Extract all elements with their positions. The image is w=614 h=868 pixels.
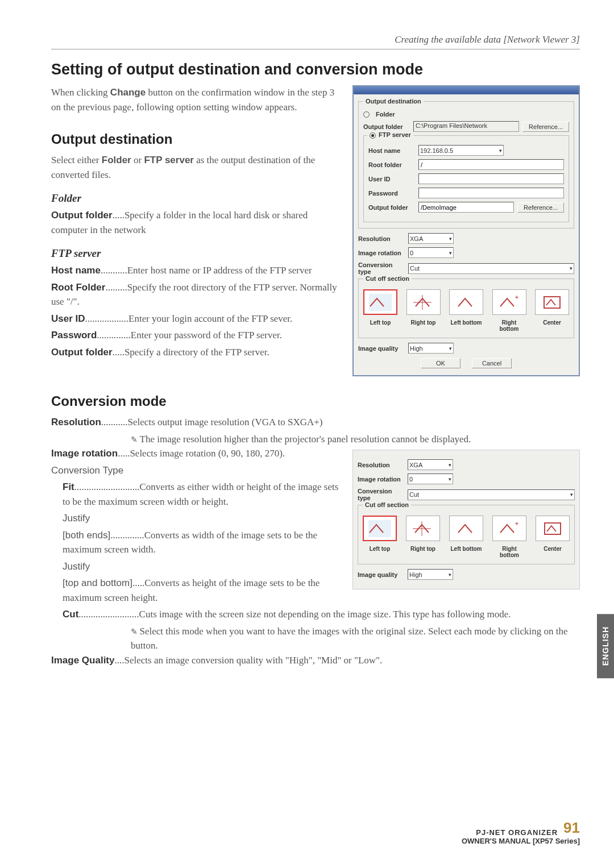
note-cut: ✎ Select this mode when you want to have… [51, 624, 580, 653]
section-output-dest: Output destination [51, 131, 341, 147]
main-heading: Setting of output destination and conver… [51, 61, 580, 78]
def-host-name: Host name...........Enter host name or I… [51, 263, 341, 278]
language-tab: ENGLISH [597, 614, 614, 678]
lbl-host: Host name [368, 147, 415, 154]
lbl-ir2: Image rotation [358, 476, 404, 483]
lbl-iq: Image quality [358, 345, 405, 352]
def-fit: Fit...........................Converts a… [51, 480, 341, 509]
fieldset-cutoff2: Cut off section Left topRight topLeft bo… [358, 505, 575, 564]
inp-out-folder[interactable]: C:\Program Files\Network [413, 121, 519, 132]
thumb2-right-top[interactable] [406, 516, 440, 541]
btn-reference1[interactable]: Reference... [522, 122, 569, 132]
def-root-folder: Root Folder.........Specify the root dir… [51, 280, 341, 309]
panel-conversion: ResolutionXGA Image rotation0 Conversion… [352, 450, 580, 589]
lbl-out2: Output folder [368, 204, 415, 211]
svg-rect-11 [545, 523, 561, 534]
legend-od: Output destination [363, 98, 424, 105]
btn-cancel[interactable]: Cancel [472, 358, 512, 368]
thumb-center[interactable] [535, 289, 569, 315]
fieldset-cutoff: Cut off section Left topRight topLeft bo… [358, 279, 574, 338]
lbl-ct: Conversion type [358, 261, 405, 275]
thumb-right-top[interactable] [406, 289, 441, 315]
thumb2-center[interactable] [536, 516, 570, 541]
lbl-iq2: Image quality [358, 571, 404, 578]
thumb2-right-bottom[interactable] [492, 516, 526, 541]
thumb-labels2: Left topRight topLeft bottomRight bottom… [363, 546, 570, 558]
footer: PJ-NET ORGANIZER91 OWNER'S MANUAL [XP57 … [462, 819, 580, 845]
titlebar[interactable] [354, 86, 579, 94]
def-password: Password..............Enter your passwor… [51, 328, 341, 343]
footer-title2: OWNER'S MANUAL [XP57 Series] [462, 837, 580, 845]
thumb2-left-top[interactable] [363, 516, 397, 541]
thumb-labels: Left topRight topLeft bottomRight bottom… [363, 319, 569, 332]
def-conv-type: Conversion Type [51, 463, 341, 478]
fieldset-ftp: FTP server Host name192.168.0.5 Root fol… [363, 135, 569, 222]
def-output-folder2: Output folder.....Specify a directory of… [51, 345, 341, 360]
legend-cutoff: Cut off section [363, 275, 412, 282]
lbl-res: Resolution [358, 235, 405, 242]
def-user-id: User ID..................Enter your logi… [51, 312, 341, 326]
radio-folder-label: Folder [376, 111, 395, 118]
thumb-left-top[interactable] [363, 289, 397, 315]
def-cut: Cut.........................Cuts image w… [51, 607, 580, 622]
btn-ok[interactable]: OK [421, 358, 460, 368]
note-resolution: ✎ The image resolution higher than the p… [51, 432, 580, 447]
def-resolution: Resolution...........Selects output imag… [51, 415, 580, 430]
page-number: 91 [563, 819, 580, 837]
svg-rect-5 [544, 297, 560, 308]
def-output-folder: Output folder.....Specify a folder in th… [51, 208, 341, 237]
inp-pass[interactable] [418, 188, 564, 198]
header-text: Creating the available data [Network Vie… [395, 34, 580, 45]
def-justify1: Justify [51, 511, 341, 526]
lbl-ct2: Conversion type [358, 488, 404, 501]
lbl-pass: Password [368, 190, 415, 197]
btn-reference2[interactable]: Reference... [517, 202, 564, 213]
lbl-ir: Image rotation [358, 250, 405, 256]
radio-folder[interactable] [363, 111, 370, 118]
thumb-right-bottom[interactable] [492, 289, 526, 315]
dialog-output: Output destination Folder Output folderC… [352, 85, 580, 376]
lbl-out-folder: Output folder [363, 123, 410, 130]
subsection-folder: Folder [51, 192, 341, 205]
def-both-ends: [both ends]..............Converts as wid… [51, 528, 341, 557]
lbl-user: User ID [368, 176, 415, 182]
lbl-root: Root folder [368, 161, 415, 168]
footer-title1: PJ-NET ORGANIZER [476, 828, 558, 837]
page-header: Creating the available data [Network Vie… [51, 34, 580, 49]
legend-cutoff2: Cut off section [363, 501, 411, 508]
hand-icon2: ✎ [131, 628, 140, 636]
fieldset-out-dest: Output destination Folder Output folderC… [358, 101, 574, 229]
radio-folder-row: Folder [363, 111, 569, 118]
sel-ir2[interactable]: 0 [408, 474, 453, 484]
sel-iq[interactable]: High [408, 343, 454, 354]
def-rotation: Image rotation.....Selects image rotatio… [51, 446, 341, 461]
sel-iq2[interactable]: High [408, 569, 453, 580]
def-quality: Image Quality....Selects an image conver… [51, 653, 580, 668]
radio-ftp[interactable] [370, 132, 376, 139]
sel-ct[interactable]: Cut [408, 263, 574, 274]
thumb-left-bottom[interactable] [449, 289, 483, 315]
thumb2-left-bottom[interactable] [449, 516, 483, 541]
hand-icon: ✎ [131, 435, 140, 444]
section-conversion: Conversion mode [51, 393, 580, 409]
sel-host[interactable]: 192.168.0.5 [418, 145, 504, 156]
def-top-bottom: [top and bottom].....Converts as height … [51, 576, 341, 605]
radio-ftp-label: FTP server [379, 131, 411, 138]
sel-res2[interactable]: XGA [408, 459, 453, 470]
inp-root[interactable] [418, 159, 564, 170]
subsection-ftp: FTP server [51, 247, 341, 260]
sel-ir[interactable]: 0 [408, 247, 454, 258]
lbl-res2: Resolution [358, 462, 404, 468]
inp-user[interactable] [418, 173, 564, 184]
inp-out2[interactable] [418, 202, 514, 213]
intro-text: When clicking Change button on the confi… [51, 85, 341, 114]
radio-ftp-wrap: FTP server [367, 131, 413, 139]
def-justify2: Justify [51, 559, 341, 574]
sel-ct2[interactable]: Cut [408, 489, 575, 500]
output-dest-desc: Select either Folder or FTP server as th… [51, 153, 341, 182]
sel-res[interactable]: XGA [408, 233, 454, 244]
